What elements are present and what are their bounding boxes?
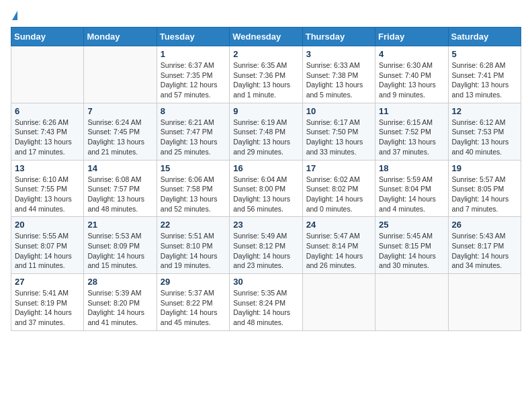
day-info: Sunrise: 5:49 AM Sunset: 8:12 PM Dayligh… <box>233 231 298 271</box>
calendar-cell: 15Sunrise: 6:06 AM Sunset: 7:58 PM Dayli… <box>157 160 229 217</box>
day-number: 16 <box>233 163 298 173</box>
day-info: Sunrise: 5:45 AM Sunset: 8:15 PM Dayligh… <box>379 231 444 271</box>
day-number: 19 <box>452 163 517 173</box>
day-number: 3 <box>306 49 371 59</box>
day-info: Sunrise: 6:17 AM Sunset: 7:50 PM Dayligh… <box>306 118 371 157</box>
day-info: Sunrise: 5:41 AM Sunset: 8:19 PM Dayligh… <box>15 288 80 328</box>
day-info: Sunrise: 5:53 AM Sunset: 8:09 PM Dayligh… <box>87 231 152 271</box>
day-info: Sunrise: 6:26 AM Sunset: 7:43 PM Dayligh… <box>15 118 80 157</box>
day-info: Sunrise: 6:33 AM Sunset: 7:38 PM Dayligh… <box>306 60 371 100</box>
calendar-header-row: SundayMondayTuesdayWednesdayThursdayFrid… <box>11 28 521 46</box>
calendar-week-1: 1Sunrise: 6:37 AM Sunset: 7:35 PM Daylig… <box>11 46 521 103</box>
calendar-cell: 19Sunrise: 5:57 AM Sunset: 8:05 PM Dayli… <box>448 160 521 217</box>
calendar-cell <box>302 274 375 331</box>
column-header-thursday: Thursday <box>302 28 375 46</box>
calendar-cell: 24Sunrise: 5:47 AM Sunset: 8:14 PM Dayli… <box>302 217 375 274</box>
day-info: Sunrise: 6:06 AM Sunset: 7:58 PM Dayligh… <box>161 175 226 214</box>
calendar-week-4: 20Sunrise: 5:55 AM Sunset: 8:07 PM Dayli… <box>11 217 521 274</box>
calendar-cell <box>375 274 448 331</box>
day-number: 4 <box>379 49 444 59</box>
day-number: 14 <box>87 163 152 173</box>
day-info: Sunrise: 6:19 AM Sunset: 7:48 PM Dayligh… <box>233 118 298 157</box>
day-number: 13 <box>15 163 80 173</box>
calendar-cell: 30Sunrise: 5:35 AM Sunset: 8:24 PM Dayli… <box>230 274 302 331</box>
day-info: Sunrise: 5:57 AM Sunset: 8:05 PM Dayligh… <box>452 175 517 214</box>
day-number: 18 <box>379 163 444 173</box>
day-info: Sunrise: 6:02 AM Sunset: 8:02 PM Dayligh… <box>306 175 371 214</box>
day-info: Sunrise: 5:47 AM Sunset: 8:14 PM Dayligh… <box>306 231 371 271</box>
day-info: Sunrise: 6:24 AM Sunset: 7:45 PM Dayligh… <box>87 118 152 157</box>
day-info: Sunrise: 6:21 AM Sunset: 7:47 PM Dayligh… <box>161 118 226 157</box>
day-number: 8 <box>161 106 226 116</box>
calendar-cell: 21Sunrise: 5:53 AM Sunset: 8:09 PM Dayli… <box>84 217 157 274</box>
column-header-tuesday: Tuesday <box>157 28 229 46</box>
calendar-cell: 5Sunrise: 6:28 AM Sunset: 7:41 PM Daylig… <box>448 46 521 103</box>
day-number: 9 <box>233 106 298 116</box>
day-number: 17 <box>306 163 371 173</box>
day-number: 29 <box>161 277 226 287</box>
day-info: Sunrise: 5:43 AM Sunset: 8:17 PM Dayligh… <box>452 231 517 271</box>
calendar-cell: 22Sunrise: 5:51 AM Sunset: 8:10 PM Dayli… <box>157 217 229 274</box>
column-header-wednesday: Wednesday <box>230 28 302 46</box>
day-number: 5 <box>452 49 517 59</box>
column-header-monday: Monday <box>84 28 157 46</box>
day-number: 30 <box>233 277 298 287</box>
day-info: Sunrise: 6:12 AM Sunset: 7:53 PM Dayligh… <box>452 118 517 157</box>
day-info: Sunrise: 6:04 AM Sunset: 8:00 PM Dayligh… <box>233 175 298 214</box>
calendar-cell: 7Sunrise: 6:24 AM Sunset: 7:45 PM Daylig… <box>84 103 157 160</box>
day-number: 21 <box>87 220 152 230</box>
calendar-cell: 4Sunrise: 6:30 AM Sunset: 7:40 PM Daylig… <box>375 46 448 103</box>
day-number: 1 <box>161 49 226 59</box>
calendar-cell <box>448 274 521 331</box>
calendar-cell: 12Sunrise: 6:12 AM Sunset: 7:53 PM Dayli… <box>448 103 521 160</box>
calendar-cell: 11Sunrise: 6:15 AM Sunset: 7:52 PM Dayli… <box>375 103 448 160</box>
day-number: 12 <box>452 106 517 116</box>
day-number: 27 <box>15 277 80 287</box>
day-info: Sunrise: 6:37 AM Sunset: 7:35 PM Dayligh… <box>161 60 226 100</box>
calendar-cell: 13Sunrise: 6:10 AM Sunset: 7:55 PM Dayli… <box>11 160 84 217</box>
day-info: Sunrise: 6:30 AM Sunset: 7:40 PM Dayligh… <box>379 60 444 100</box>
day-number: 6 <box>15 106 80 116</box>
day-number: 24 <box>306 220 371 230</box>
day-info: Sunrise: 6:35 AM Sunset: 7:36 PM Dayligh… <box>233 60 298 100</box>
calendar-week-3: 13Sunrise: 6:10 AM Sunset: 7:55 PM Dayli… <box>11 160 521 217</box>
calendar-cell: 18Sunrise: 5:59 AM Sunset: 8:04 PM Dayli… <box>375 160 448 217</box>
calendar-cell: 27Sunrise: 5:41 AM Sunset: 8:19 PM Dayli… <box>11 274 84 331</box>
day-info: Sunrise: 5:55 AM Sunset: 8:07 PM Dayligh… <box>15 231 80 271</box>
calendar-cell: 8Sunrise: 6:21 AM Sunset: 7:47 PM Daylig… <box>157 103 229 160</box>
day-info: Sunrise: 5:37 AM Sunset: 8:22 PM Dayligh… <box>161 288 226 328</box>
calendar-cell: 29Sunrise: 5:37 AM Sunset: 8:22 PM Dayli… <box>157 274 229 331</box>
day-info: Sunrise: 6:10 AM Sunset: 7:55 PM Dayligh… <box>15 175 80 214</box>
day-info: Sunrise: 5:51 AM Sunset: 8:10 PM Dayligh… <box>161 231 226 271</box>
page-header <box>11 11 521 20</box>
calendar-cell: 16Sunrise: 6:04 AM Sunset: 8:00 PM Dayli… <box>230 160 302 217</box>
day-number: 7 <box>87 106 152 116</box>
column-header-friday: Friday <box>375 28 448 46</box>
calendar-cell <box>84 46 157 103</box>
day-info: Sunrise: 5:35 AM Sunset: 8:24 PM Dayligh… <box>233 288 298 328</box>
calendar-week-2: 6Sunrise: 6:26 AM Sunset: 7:43 PM Daylig… <box>11 103 521 160</box>
day-number: 15 <box>161 163 226 173</box>
calendar-cell: 2Sunrise: 6:35 AM Sunset: 7:36 PM Daylig… <box>230 46 302 103</box>
calendar-cell: 10Sunrise: 6:17 AM Sunset: 7:50 PM Dayli… <box>302 103 375 160</box>
calendar-cell: 20Sunrise: 5:55 AM Sunset: 8:07 PM Dayli… <box>11 217 84 274</box>
logo <box>11 11 17 20</box>
day-number: 22 <box>161 220 226 230</box>
day-number: 26 <box>452 220 517 230</box>
calendar-cell <box>11 46 84 103</box>
calendar-week-5: 27Sunrise: 5:41 AM Sunset: 8:19 PM Dayli… <box>11 274 521 331</box>
day-info: Sunrise: 6:08 AM Sunset: 7:57 PM Dayligh… <box>87 175 152 214</box>
day-number: 25 <box>379 220 444 230</box>
calendar-cell: 28Sunrise: 5:39 AM Sunset: 8:20 PM Dayli… <box>84 274 157 331</box>
calendar-cell: 23Sunrise: 5:49 AM Sunset: 8:12 PM Dayli… <box>230 217 302 274</box>
day-number: 11 <box>379 106 444 116</box>
calendar-cell: 1Sunrise: 6:37 AM Sunset: 7:35 PM Daylig… <box>157 46 229 103</box>
calendar-cell: 26Sunrise: 5:43 AM Sunset: 8:17 PM Dayli… <box>448 217 521 274</box>
calendar-cell: 3Sunrise: 6:33 AM Sunset: 7:38 PM Daylig… <box>302 46 375 103</box>
column-header-sunday: Sunday <box>11 28 84 46</box>
calendar-cell: 25Sunrise: 5:45 AM Sunset: 8:15 PM Dayli… <box>375 217 448 274</box>
day-info: Sunrise: 5:59 AM Sunset: 8:04 PM Dayligh… <box>379 175 444 214</box>
day-number: 2 <box>233 49 298 59</box>
logo-icon <box>12 11 17 20</box>
day-info: Sunrise: 5:39 AM Sunset: 8:20 PM Dayligh… <box>87 288 152 328</box>
